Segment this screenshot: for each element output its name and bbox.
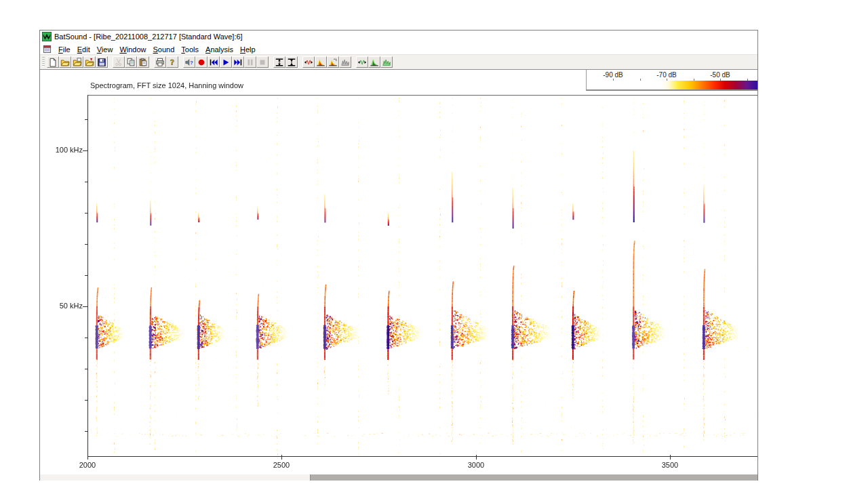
menu-help[interactable]: Help <box>237 45 259 54</box>
print-icon <box>155 58 165 67</box>
menu-tools[interactable]: Tools <box>178 45 202 54</box>
new-file-button[interactable] <box>47 56 59 68</box>
paste-button[interactable] <box>137 56 149 68</box>
x-axis-label: 2500 <box>261 461 302 469</box>
playback-settings-button[interactable]: ? <box>183 56 195 68</box>
spectrum-gray-icon <box>340 58 350 67</box>
menu-analysis[interactable]: Analysis <box>202 45 237 54</box>
x-axis-label: 3500 <box>650 461 690 469</box>
x-axis-label: 3000 <box>456 461 496 469</box>
title-bar: BatSound - [Ribe_20211008_212717 [Standa… <box>40 30 757 43</box>
play-button[interactable] <box>220 56 232 68</box>
toolbar: ?? <box>40 55 757 70</box>
help-button[interactable]: ? <box>166 56 178 68</box>
amplitude-zoom-out-button[interactable] <box>285 56 298 68</box>
spectrogram-canvas[interactable] <box>40 70 757 481</box>
realtime-spectrum-button[interactable] <box>380 56 393 68</box>
record-icon <box>197 58 206 67</box>
wave-red-icon <box>304 58 313 67</box>
batsound-app-icon <box>42 32 52 41</box>
help-icon: ? <box>167 58 177 67</box>
go-to-start-button[interactable] <box>208 56 220 68</box>
stop-icon <box>258 58 267 67</box>
menu-edit[interactable]: Edit <box>74 45 94 54</box>
spectrogram-zoom-window-button[interactable] <box>327 56 339 68</box>
save-file-button[interactable] <box>96 56 108 68</box>
x-axis-label: 2000 <box>67 461 108 469</box>
svg-text:?: ? <box>190 59 193 65</box>
menu-file[interactable]: File <box>55 45 74 54</box>
toolbar-grip[interactable] <box>42 57 45 67</box>
color-scale-gradient <box>587 81 757 89</box>
paste-icon <box>138 58 148 67</box>
realtime-spectrogram-button[interactable] <box>368 56 380 68</box>
amp-out-icon <box>287 58 296 67</box>
open-add-file-button[interactable] <box>71 56 83 68</box>
open-file-button[interactable] <box>59 56 71 68</box>
waveform-window-button[interactable] <box>302 56 315 68</box>
sono-red-icon <box>316 58 326 67</box>
horizontal-scrollbar-thumb[interactable] <box>40 474 311 481</box>
new-icon <box>48 58 58 67</box>
copy-button[interactable] <box>125 56 137 68</box>
go-to-end-button[interactable] <box>232 56 244 68</box>
menu-sound[interactable]: Sound <box>150 45 178 54</box>
color-scale-legend: -90 dB -70 dB -50 dB <box>586 70 757 91</box>
spectrum-green-icon <box>382 58 391 67</box>
menu-window[interactable]: Window <box>116 45 149 54</box>
cut-icon <box>114 58 123 67</box>
y-axis-label: 50 kHz <box>45 302 83 310</box>
legend-db-label: -50 dB <box>700 71 741 79</box>
save-icon <box>97 58 106 67</box>
open-add-icon <box>73 58 82 67</box>
record-button[interactable] <box>195 56 208 68</box>
go-end-icon <box>233 58 243 67</box>
import-file-button[interactable] <box>83 56 96 68</box>
import-icon <box>85 58 94 67</box>
stop-button <box>256 56 269 68</box>
amplitude-zoom-in-button[interactable] <box>273 56 285 68</box>
cut-button <box>113 56 125 68</box>
open-icon <box>60 58 70 67</box>
window-title: BatSound - [Ribe_20211008_212717 [Standa… <box>54 33 243 41</box>
pause-icon <box>245 58 255 67</box>
wave-green-icon <box>357 58 367 67</box>
spectrogram-window-button[interactable] <box>315 56 327 68</box>
menu-view[interactable]: View <box>94 45 117 54</box>
batsound-window: BatSound - [Ribe_20211008_212717 [Standa… <box>39 30 758 481</box>
print-button[interactable] <box>154 56 166 68</box>
legend-db-label: -90 dB <box>593 71 633 79</box>
amp-in-icon <box>275 58 284 67</box>
document-icon[interactable] <box>43 44 52 53</box>
go-start-icon <box>209 58 218 67</box>
realtime-waveform-button[interactable] <box>356 56 368 68</box>
legend-db-label: -70 dB <box>646 71 687 79</box>
sono-zoom-icon <box>328 58 338 67</box>
pause-button <box>244 56 256 68</box>
speaker-icon: ? <box>184 58 194 67</box>
sono-green-icon <box>370 58 379 67</box>
spectrogram-settings-label: Spectrogram, FFT size 1024, Hanning wind… <box>90 81 243 89</box>
spectrum-window-button[interactable] <box>339 56 351 68</box>
svg-text:?: ? <box>170 58 174 67</box>
y-axis-label: 100 kHz <box>45 146 83 154</box>
horizontal-scrollbar[interactable] <box>40 474 757 481</box>
copy-icon <box>126 58 136 67</box>
spectrogram-view: Spectrogram, FFT size 1024, Hanning wind… <box>40 70 757 481</box>
play-icon <box>221 58 231 67</box>
menu-bar: FileEditViewWindowSoundToolsAnalysisHelp <box>40 43 757 55</box>
